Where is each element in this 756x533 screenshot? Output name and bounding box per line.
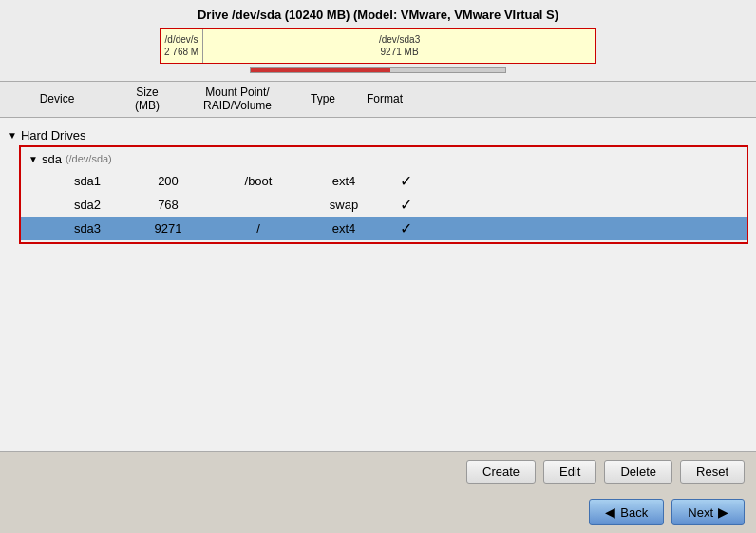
drive-segment-1: /d/dev/s 2 768 M [161,29,203,63]
th-format: Format [351,92,418,105]
drive-visual: /d/dev/s 2 768 M /dev/sda3 9271 MB [9,28,747,64]
row-mount-sda3: / [201,221,315,236]
sda-subgroup: ▼ sda (/dev/sda) sda1 200 /boot ext4 ✓ s… [19,145,748,244]
table-row[interactable]: sda1 200 /boot ext4 ✓ [21,169,747,193]
row-format-sda3: ✓ [372,219,439,238]
seg1-size: 2 768 M [164,46,198,58]
row-size-sda1: 200 [135,174,201,188]
seg2-label: /dev/sda3 [207,33,592,46]
row-size-sda2: 768 [135,198,201,212]
edit-button[interactable]: Edit [543,460,596,484]
seg2-size: 9271 MB [207,46,592,58]
table-row[interactable]: sda3 9271 / ext4 ✓ [21,217,747,240]
row-format-sda2: ✓ [372,196,439,214]
next-button[interactable]: Next ▶ [671,499,745,525]
drive-title: Drive /dev/sda (10240 MB) (Model: VMware… [9,8,747,22]
table-row[interactable]: sda2 768 swap ✓ [21,193,747,217]
progress-bar-row [9,67,747,73]
drive-info-panel: Drive /dev/sda (10240 MB) (Model: VMware… [0,0,756,82]
sda-path: (/dev/sda) [66,153,112,164]
progress-bar [250,67,506,73]
th-type: Type [294,92,351,105]
row-device-sda3: sda3 [21,221,135,236]
row-device-sda1: sda1 [21,174,135,188]
row-mount-sda1: /boot [201,174,315,188]
nav-bar: ◀ Back Next ▶ [0,491,756,533]
main-content: ▼ Hard Drives ▼ sda (/dev/sda) sda1 200 … [0,118,756,451]
row-size-sda3: 9271 [135,221,201,236]
row-type-sda3: ext4 [315,221,372,236]
back-label: Back [620,505,648,520]
row-type-sda2: swap [315,198,372,212]
seg1-label: /d/dev/s [164,33,198,46]
tree-section: ▼ Hard Drives ▼ sda (/dev/sda) sda1 200 … [0,122,756,248]
row-type-sda1: ext4 [315,174,372,188]
sda-label: ▼ sda (/dev/sda) [21,149,747,169]
next-label: Next [688,505,713,520]
hard-drives-arrow: ▼ [8,130,17,141]
create-button[interactable]: Create [466,460,536,484]
th-mount: Mount Point/RAID/Volume [180,86,294,113]
progress-fill [251,68,390,72]
back-button[interactable]: ◀ Back [589,499,664,525]
hard-drives-label: ▼ Hard Drives [0,125,756,145]
th-size: Size(MB) [114,86,180,113]
row-device-sda2: sda2 [21,198,135,212]
next-icon: ▶ [718,504,728,520]
sda-arrow: ▼ [28,154,38,164]
sda-name: sda [42,152,62,166]
table-header: Device Size(MB) Mount Point/RAID/Volume … [0,82,756,118]
reset-button[interactable]: Reset [680,460,745,484]
back-icon: ◀ [605,504,615,520]
row-format-sda1: ✓ [372,172,439,190]
drive-bar: /d/dev/s 2 768 M /dev/sda3 9271 MB [160,28,596,64]
th-device: Device [0,92,114,105]
action-bar: Create Edit Delete Reset [0,451,756,491]
delete-button[interactable]: Delete [604,460,672,484]
hard-drives-text: Hard Drives [21,128,86,143]
drive-segment-2: /dev/sda3 9271 MB [203,29,595,63]
